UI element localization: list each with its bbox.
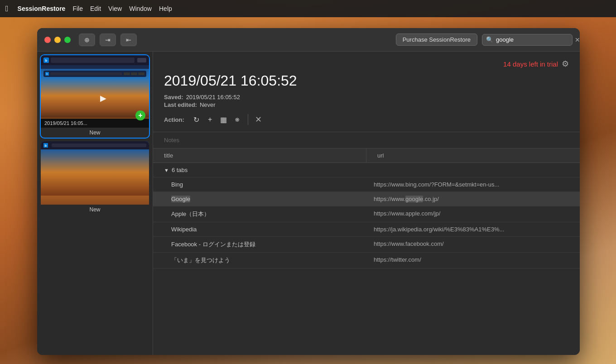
tab-url-wikipedia: https://ja.wikipedia.org/wiki/%E3%83%A1%… xyxy=(366,222,580,236)
detail-panel: 14 days left in trial ⚙ 2019/05/21 16:05… xyxy=(153,52,580,355)
col-url: url xyxy=(366,148,580,163)
tabs-group-label: 6 tabs xyxy=(172,167,188,173)
last-edited-label: Last edited: xyxy=(164,101,197,108)
tab-title-apple: Apple（日本） xyxy=(153,206,366,222)
add-tab-button[interactable]: + xyxy=(203,113,217,126)
session-name-1: New xyxy=(41,128,149,138)
google-title-highlight: Google xyxy=(171,196,190,202)
search-icon: 🔍 xyxy=(486,36,493,43)
plus-circle-icon: ⊕ xyxy=(84,36,90,43)
session-thumbnail-2: b xyxy=(41,141,149,205)
last-edited-value: Never xyxy=(200,101,216,108)
action-label: Action: xyxy=(164,116,184,123)
menu-edit[interactable]: Edit xyxy=(90,5,101,12)
thumb-favicon-2: b xyxy=(43,143,48,148)
table-header: title url xyxy=(153,148,580,163)
session-item-1[interactable]: b b xyxy=(41,55,149,138)
notes-area[interactable]: Notes xyxy=(153,132,580,148)
menu-bar:  SessionRestore File Edit View Window H… xyxy=(0,0,616,17)
app-name: SessionRestore xyxy=(18,5,66,12)
tab-url-bing: https://www.bing.com/?FORM=&setmkt=en-us… xyxy=(366,177,580,192)
col-title: title xyxy=(153,148,366,163)
app-window: ⊕ ⇥ ⇤ Purchase SessionRestore 🔍 ✕ b xyxy=(37,28,580,355)
table-row-apple[interactable]: Apple（日本） https://www.apple.com/jp/ xyxy=(153,206,580,222)
action-divider xyxy=(248,114,248,125)
titlebar: ⊕ ⇥ ⇤ Purchase SessionRestore 🔍 ✕ xyxy=(37,28,580,52)
tabs-group-arrow: ▼ xyxy=(164,168,169,173)
thumb-favicon-1: b xyxy=(43,57,49,63)
table-row-twitter[interactable]: 「いま」を見つけよう https://twitter.com/ xyxy=(153,253,580,268)
google-url-highlight: google xyxy=(405,196,423,202)
tab-title-google: Google xyxy=(153,192,366,206)
session-item-2[interactable]: b New xyxy=(41,141,149,215)
settings-icon[interactable]: ⚙ xyxy=(562,59,569,69)
restore-button[interactable]: ↻ xyxy=(190,113,203,126)
saved-value: 2019/05/21 16:05:52 xyxy=(186,94,240,101)
thumb-url-bar-1 xyxy=(51,57,135,63)
menu-help[interactable]: Help xyxy=(159,5,172,12)
tab-url-twitter: https://twitter.com/ xyxy=(366,253,580,268)
tab-title-wikipedia: Wikipedia xyxy=(153,222,366,236)
search-container: 🔍 ✕ xyxy=(482,34,573,46)
menu-file[interactable]: File xyxy=(72,5,83,12)
traffic-lights xyxy=(44,37,71,43)
trial-text: 14 days left in trial xyxy=(503,60,558,68)
table-row-wikipedia[interactable]: Wikipedia https://ja.wikipedia.org/wiki/… xyxy=(153,222,580,237)
action-row: Action: ↻ + ▦ ⎈ ✕ xyxy=(164,113,569,126)
tabs-group-row[interactable]: ▼ 6 tabs xyxy=(153,163,580,177)
tab-title-facebook: Facebook - ログインまたは登録 xyxy=(153,237,366,252)
last-edited-row: Last edited: Never xyxy=(164,101,569,108)
session-thumbnail-1: b b xyxy=(41,55,149,119)
tab-title-twitter: 「いま」を見つけよう xyxy=(153,253,366,268)
tabs-table: title url ▼ 6 tabs Bing https://www.bing… xyxy=(153,148,580,355)
minimize-button[interactable] xyxy=(54,37,61,43)
table-row-google[interactable]: Google https://www.google.co.jp/ xyxy=(153,192,580,206)
new-session-button[interactable]: ⊕ xyxy=(79,34,95,46)
import-button[interactable]: ⇤ xyxy=(120,34,137,46)
search-clear-icon[interactable]: ✕ xyxy=(575,36,580,43)
apple-menu[interactable]:  xyxy=(5,4,9,14)
session-date-label-1: 2019/05/21 16:05... xyxy=(41,119,149,128)
delete-button[interactable]: ✕ xyxy=(252,113,265,126)
session-name-2: New xyxy=(41,205,149,215)
tab-title-bing: Bing xyxy=(153,177,366,192)
session-title: 2019/05/21 16:05:52 xyxy=(164,72,569,89)
close-button[interactable] xyxy=(44,37,51,43)
menu-window[interactable]: Window xyxy=(129,5,152,12)
export-button[interactable]: ⇥ xyxy=(100,34,116,46)
purchase-button[interactable]: Purchase SessionRestore xyxy=(396,34,477,46)
table-row-bing[interactable]: Bing https://www.bing.com/?FORM=&setmkt=… xyxy=(153,177,580,192)
screenshot-button[interactable]: ⎈ xyxy=(231,113,244,126)
detail-header: 14 days left in trial ⚙ 2019/05/21 16:05… xyxy=(153,52,580,132)
fullscreen-button[interactable] xyxy=(64,37,71,43)
menu-view[interactable]: View xyxy=(108,5,122,12)
search-input[interactable] xyxy=(496,36,572,43)
sidebar: b b xyxy=(37,52,153,355)
add-badge-1[interactable]: + xyxy=(135,110,145,120)
saved-label: Saved: xyxy=(164,94,183,101)
tab-url-facebook: https://www.facebook.com/ xyxy=(366,237,580,252)
main-content: b b xyxy=(37,52,580,355)
notes-placeholder: Notes xyxy=(164,137,179,144)
export-icon: ⇥ xyxy=(105,36,111,43)
import-icon: ⇤ xyxy=(126,36,131,43)
tab-url-google: https://www.google.co.jp/ xyxy=(366,192,580,206)
tab-url-apple: https://www.apple.com/jp/ xyxy=(366,206,580,222)
table-row-facebook[interactable]: Facebook - ログインまたは登録 https://www.faceboo… xyxy=(153,237,580,253)
saved-row: Saved: 2019/05/21 16:05:52 xyxy=(164,94,569,101)
duplicate-button[interactable]: ▦ xyxy=(217,113,231,126)
trial-notice: 14 days left in trial ⚙ xyxy=(164,59,569,69)
